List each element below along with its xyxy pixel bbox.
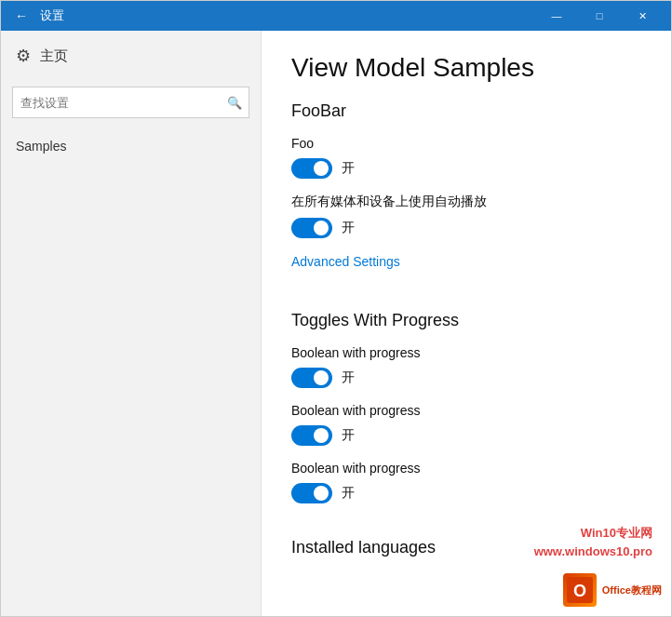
toggle-progress3[interactable] xyxy=(291,483,332,503)
section-title-toggles: Toggles With Progress xyxy=(291,311,641,330)
toggle-row-foo: 开 xyxy=(291,158,641,179)
sidebar-home-label: 主页 xyxy=(40,47,68,65)
setting-label-progress2: Boolean with progress xyxy=(291,403,641,418)
toggle-track-progress2 xyxy=(291,425,332,446)
window-controls: — □ ✕ xyxy=(535,1,664,31)
toggle-autoplay[interactable] xyxy=(291,218,332,238)
section-title-languages: Installed languages xyxy=(291,538,641,557)
section-divider-1 xyxy=(291,291,641,292)
toggle-track-foo xyxy=(291,158,332,179)
back-icon: ← xyxy=(15,8,28,23)
window-title: 设置 xyxy=(40,7,535,24)
toggle-row-progress2: 开 xyxy=(291,425,641,446)
toggle-track-autoplay xyxy=(291,218,332,238)
sidebar-item-samples[interactable]: Samples xyxy=(1,129,261,163)
maximize-button[interactable]: □ xyxy=(578,1,621,31)
toggle-thumb-progress1 xyxy=(314,370,329,385)
window: ← 设置 — □ ✕ ⚙ 主页 🔍 Samples View Model xyxy=(0,0,672,617)
toggle-thumb-progress3 xyxy=(314,486,329,501)
main-content: ⚙ 主页 🔍 Samples View Model Samples FooBar… xyxy=(1,31,671,616)
toggle-thumb-foo xyxy=(314,161,329,176)
section-divider-2 xyxy=(291,518,641,519)
sidebar: ⚙ 主页 🔍 Samples xyxy=(1,31,262,616)
toggle-row-progress3: 开 xyxy=(291,483,641,503)
toggle-track-progress3 xyxy=(291,483,332,503)
setting-label-autoplay: 在所有媒体和设备上使用自动播放 xyxy=(291,194,641,210)
toggle-label-progress1: 开 xyxy=(342,369,355,386)
gear-icon: ⚙ xyxy=(16,46,31,66)
toggle-row-progress1: 开 xyxy=(291,368,641,388)
toggle-thumb-progress2 xyxy=(314,428,329,443)
search-icon: 🔍 xyxy=(227,96,242,110)
sidebar-home[interactable]: ⚙ 主页 xyxy=(1,31,261,81)
toggle-label-progress2: 开 xyxy=(342,427,355,444)
search-input[interactable] xyxy=(12,87,249,118)
toggle-label-progress3: 开 xyxy=(342,485,355,502)
toggle-label-autoplay: 开 xyxy=(342,220,355,236)
setting-label-progress1: Boolean with progress xyxy=(291,345,641,360)
toggle-row-autoplay: 开 xyxy=(291,218,641,238)
section-title-foobar: FooBar xyxy=(291,101,641,121)
page-title: View Model Samples xyxy=(291,53,641,83)
advanced-settings-link[interactable]: Advanced Settings xyxy=(291,254,400,269)
minimize-button[interactable]: — xyxy=(535,1,578,31)
back-button[interactable]: ← xyxy=(8,3,34,29)
toggle-progress2[interactable] xyxy=(291,425,332,446)
right-panel: View Model Samples FooBar Foo 开 在所有媒体和设备… xyxy=(262,31,671,616)
title-bar: ← 设置 — □ ✕ xyxy=(1,1,671,31)
setting-label-progress3: Boolean with progress xyxy=(291,461,641,476)
toggle-track-progress1 xyxy=(291,368,332,388)
sidebar-search-container: 🔍 xyxy=(12,87,249,118)
toggle-thumb-autoplay xyxy=(314,221,329,235)
setting-label-foo: Foo xyxy=(291,136,641,151)
close-button[interactable]: ✕ xyxy=(621,1,664,31)
toggle-label-foo: 开 xyxy=(342,160,355,177)
toggle-progress1[interactable] xyxy=(291,368,332,388)
toggle-foo[interactable] xyxy=(291,158,332,179)
